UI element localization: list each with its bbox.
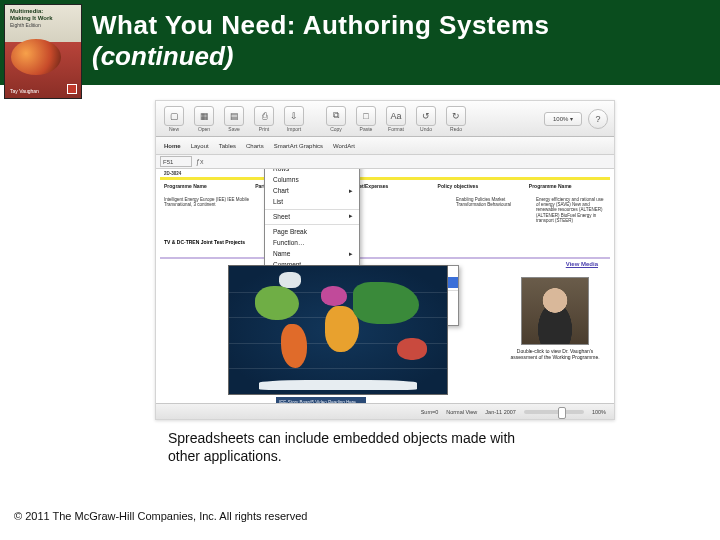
submenu-arrow-icon: ▸ [349,250,353,258]
tb-label: Open [192,127,216,132]
paste-icon: □ [363,111,368,121]
tb-label: Format [384,127,408,132]
menu-item-function[interactable]: Function… [265,237,359,248]
book-title-line1: Multimedia: [10,8,43,14]
format-button[interactable]: Aa [386,106,406,126]
book-title-line2: Making It Work [10,15,53,21]
tb-label: Import [282,127,306,132]
menu-item-chart[interactable]: Chart▸ [265,185,359,196]
copyright-line: © 2011 The McGraw-Hill Companies, Inc. A… [14,510,307,522]
spreadsheet-screenshot: ▢New ▦Open ▤Save ⎙Print ⇩Import ⧉Copy □P… [155,100,615,420]
section-divider [160,257,610,259]
col-header: Policy objectives [438,183,515,189]
open-icon: ▦ [200,111,209,121]
tb-label: Save [222,127,246,132]
import-icon: ⇩ [290,111,298,121]
map-south-america-icon [281,324,307,368]
view-media-header: View Media [566,261,598,267]
name-box[interactable]: F51 [160,156,192,167]
embedded-world-map[interactable] [228,265,448,395]
undo-button[interactable]: ↺ [416,106,436,126]
status-view-mode[interactable]: Normal View [446,409,477,415]
submenu-arrow-icon: ▸ [349,212,353,220]
cell-text: Intelligent Energy Europe (IEE) IEE Mobi… [164,197,264,207]
submenu-arrow-icon: ▸ [349,187,353,195]
save-button[interactable]: ▤ [224,106,244,126]
tb-label: Undo [414,127,438,132]
slide-title: What You Need: Authoring Systems [92,10,710,41]
save-icon: ▤ [230,111,239,121]
slide-title-block: What You Need: Authoring Systems (contin… [92,8,710,72]
format-icon: Aa [390,111,401,121]
tb-label: New [162,127,186,132]
publisher-logo-icon [67,84,77,94]
embedded-portrait-object[interactable]: Double-click to view Dr. Vaughan's asses… [508,277,602,361]
copy-button[interactable]: ⧉ [326,106,346,126]
book-cover-thumbnail: Multimedia: Making It Work Eighth Editio… [4,4,82,99]
menu-item-name[interactable]: Name▸ [265,248,359,259]
portrait-caption: Double-click to view Dr. Vaughan's asses… [508,349,602,361]
map-australia-icon [397,338,427,360]
map-europe-icon [321,286,347,306]
paste-button[interactable]: □ [356,106,376,126]
slide-subtitle: (continued) [92,41,710,72]
figure-caption: Spreadsheets can include embedded object… [168,430,548,465]
redo-icon: ↻ [452,111,460,121]
portrait-image [521,277,589,345]
app-toolbar: ▢New ▦Open ▤Save ⎙Print ⇩Import ⧉Copy □P… [156,101,614,137]
highlight-band [160,177,610,180]
ribbon-tabs: Home Layout Tables Charts SmartArt Graph… [156,137,614,155]
slide-header: Multimedia: Making It Work Eighth Editio… [0,0,720,85]
new-button[interactable]: ▢ [164,106,184,126]
help-button[interactable]: ? [588,109,608,129]
map-asia-icon [353,282,419,324]
tab-smartart[interactable]: SmartArt Graphics [274,143,323,149]
tb-label: Copy [324,127,348,132]
new-icon: ▢ [170,111,179,121]
status-date: Jan-11 2007 [485,409,516,415]
map-north-america-icon [255,286,299,320]
menu-item-list[interactable]: List [265,196,359,207]
help-icon: ? [595,114,600,124]
tab-home[interactable]: Home [164,143,181,149]
cell-text: Enabling Policies Market Transformation … [456,197,526,207]
status-bar: Sum=0 Normal View Jan-11 2007 100% [156,403,614,419]
undo-icon: ↺ [422,111,430,121]
book-edition: Eighth Edition [10,22,41,28]
book-author: Tay Vaughan [10,88,39,94]
menu-item-pagebreak[interactable]: Page Break [265,224,359,237]
map-antarctica-icon [259,380,417,390]
status-zoom[interactable]: 100% [592,409,606,415]
cell-text: Energy efficiency and rational use of en… [536,197,606,223]
map-greenland-icon [279,272,301,288]
menu-item-sheet[interactable]: Sheet▸ [265,209,359,222]
formula-bar-row: F51 ƒx [156,155,614,169]
status-sum: Sum=0 [421,409,439,415]
print-icon: ⎙ [262,111,267,121]
worksheet-area[interactable]: 2D-3024 Programme Name Partner(s) Involv… [156,169,614,419]
tab-wordart[interactable]: WordArt [333,143,355,149]
sheet-heading: 2D-3024 [164,171,181,176]
print-button[interactable]: ⎙ [254,106,274,126]
tab-charts[interactable]: Charts [246,143,264,149]
tb-label: Paste [354,127,378,132]
tb-label: Redo [444,127,468,132]
column-headers: Programme Name Partner(s) Involved Budge… [164,183,606,189]
import-button[interactable]: ⇩ [284,106,304,126]
menu-item-columns[interactable]: Columns [265,174,359,185]
tab-layout[interactable]: Layout [191,143,209,149]
section-title-row: TV & DC-TREN Joint Test Projects [164,239,245,245]
open-button[interactable]: ▦ [194,106,214,126]
col-header: Programme Name [164,183,241,189]
fx-icon[interactable]: ƒx [196,158,203,165]
redo-button[interactable]: ↻ [446,106,466,126]
col-header: Programme Name [529,183,606,189]
zoom-slider[interactable] [524,410,584,414]
tab-tables[interactable]: Tables [219,143,236,149]
tb-label: Print [252,127,276,132]
copy-icon: ⧉ [333,110,339,121]
zoom-selector[interactable]: 100% ▾ [544,112,582,126]
